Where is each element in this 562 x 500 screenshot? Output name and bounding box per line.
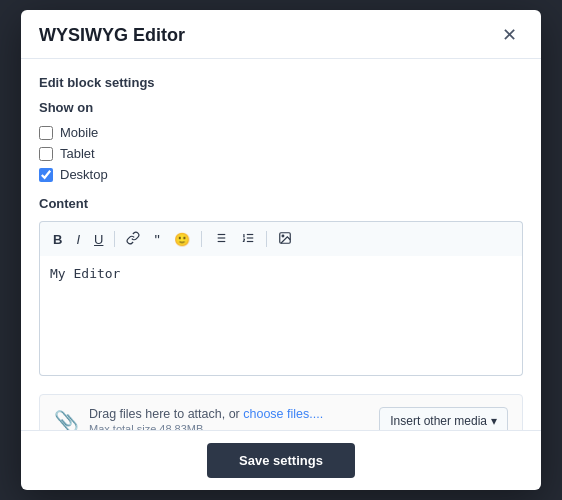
show-on-section: Show on Mobile Tablet Desktop [39,100,523,182]
emoji-button[interactable]: 🙂 [169,230,195,249]
close-button[interactable]: ✕ [496,24,523,46]
attachment-icon: 📎 [54,409,79,430]
modal-footer: Save settings [21,430,541,490]
section-title: Edit block settings [39,75,523,90]
modal-title: WYSIWYG Editor [39,25,185,46]
italic-button[interactable]: I [71,230,85,249]
editor-toolbar: B I U " 🙂 [39,221,523,256]
ol-button[interactable] [236,228,260,250]
svg-point-10 [282,235,284,237]
link-icon [126,231,140,245]
max-size-label: Max total size 48.83MB [89,423,323,430]
content-section: Content B I U " 🙂 [39,196,523,430]
attach-left: 📎 Drag files here to attach, or choose f… [54,407,323,430]
modal-dialog: WYSIWYG Editor ✕ Edit block settings Sho… [21,10,541,490]
image-icon [278,231,292,245]
modal-body: Edit block settings Show on Mobile Table… [21,59,541,430]
quote-button[interactable]: " [149,229,164,250]
mobile-option[interactable]: Mobile [39,125,523,140]
tablet-label: Tablet [60,146,95,161]
insert-media-button[interactable]: Insert other media ▾ [379,407,508,430]
image-button[interactable] [273,228,297,250]
desktop-label: Desktop [60,167,108,182]
bold-button[interactable]: B [48,230,67,249]
attachment-zone: 📎 Drag files here to attach, or choose f… [39,394,523,430]
choose-files-link[interactable]: choose files.... [243,407,323,421]
tablet-checkbox[interactable] [39,147,53,161]
save-settings-button[interactable]: Save settings [207,443,355,478]
show-on-label: Show on [39,100,523,115]
modal-header: WYSIWYG Editor ✕ [21,10,541,59]
ol-icon [241,231,255,245]
underline-button[interactable]: U [89,230,108,249]
toolbar-separator-3 [266,231,267,247]
content-label: Content [39,196,523,211]
insert-media-label: Insert other media [390,414,487,428]
desktop-option[interactable]: Desktop [39,167,523,182]
toolbar-separator-2 [201,231,202,247]
editor-textarea[interactable]: My Editor [39,256,523,376]
attach-info: Drag files here to attach, or choose fil… [89,407,323,430]
attach-text: Drag files here to attach, or choose fil… [89,407,323,421]
tablet-option[interactable]: Tablet [39,146,523,161]
mobile-label: Mobile [60,125,98,140]
desktop-checkbox[interactable] [39,168,53,182]
ul-button[interactable] [208,228,232,250]
link-button[interactable] [121,228,145,250]
attach-drag-text: Drag files here to attach, or [89,407,243,421]
dropdown-arrow-icon: ▾ [491,414,497,428]
toolbar-separator-1 [114,231,115,247]
ul-icon [213,231,227,245]
mobile-checkbox[interactable] [39,126,53,140]
